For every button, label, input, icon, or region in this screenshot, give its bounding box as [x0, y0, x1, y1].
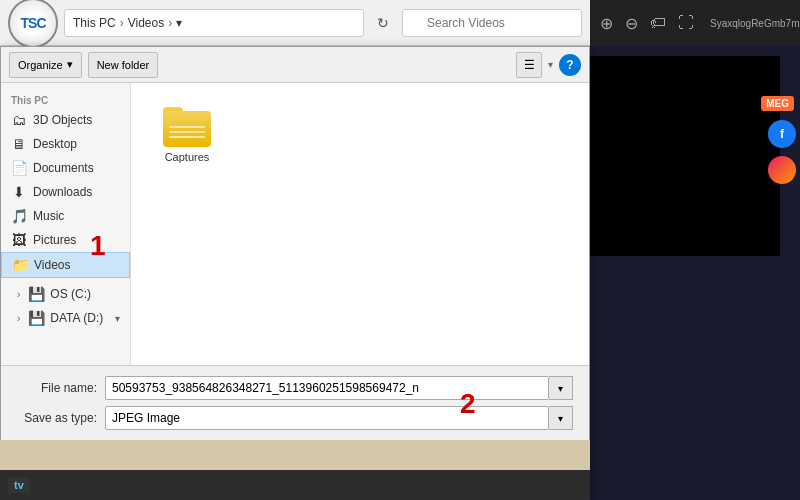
help-label: ? [566, 58, 573, 72]
videos-icon: 📁 [12, 257, 28, 273]
desktop-icon: 🖥 [11, 136, 27, 152]
refresh-icon: ↻ [377, 15, 389, 31]
savetype-input[interactable] [105, 406, 549, 430]
filename-wrapper: ▾ [105, 376, 573, 400]
side-icons: f [768, 120, 796, 184]
breadcrumb-arrow-1: › [120, 16, 124, 30]
nav-item-pictures[interactable]: 🖼 Pictures [1, 228, 130, 252]
avatar-icon[interactable] [768, 156, 796, 184]
nav-item-desktop[interactable]: 🖥 Desktop [1, 132, 130, 156]
nav-label-videos: Videos [34, 258, 70, 272]
dialog-body: This PC 🗂 3D Objects 🖥 Desktop 📄 Documen… [1, 83, 589, 365]
organize-arrow: ▾ [67, 58, 73, 71]
nav-label-downloads: Downloads [33, 185, 92, 199]
nav-section-label: This PC [1, 91, 130, 108]
filename-row: File name: ▾ [17, 376, 573, 400]
right-panel-toolbar: ⊕ ⊖ 🏷 ⛶ SyaxqlogReGmb7mXnrW6pW0QVCX [590, 0, 800, 46]
music-icon: 🎵 [11, 208, 27, 224]
new-folder-button[interactable]: New folder [88, 52, 159, 78]
nav-sidebar: This PC 🗂 3D Objects 🖥 Desktop 📄 Documen… [1, 83, 131, 365]
nav-label-music: Music [33, 209, 64, 223]
savetype-wrapper: ▾ [105, 406, 573, 430]
refresh-button[interactable]: ↻ [370, 10, 396, 36]
breadcrumb[interactable]: This PC › Videos › ▾ [64, 9, 364, 37]
file-area: Captures [131, 83, 589, 365]
zoom-out-icon[interactable]: ⊖ [625, 14, 638, 33]
breadcrumb-pc[interactable]: This PC [73, 16, 116, 30]
filename-dropdown[interactable]: ▾ [549, 376, 573, 400]
expand-icon[interactable]: ⛶ [678, 14, 694, 32]
filename-input[interactable] [105, 376, 549, 400]
browser-bar: TSC This PC › Videos › ▾ ↻ 🔍 [0, 0, 590, 46]
meg-badge: MEG [761, 96, 794, 111]
organize-label: Organize [18, 59, 63, 71]
nav-label-pictures: Pictures [33, 233, 76, 247]
pictures-icon: 🖼 [11, 232, 27, 248]
dialog-toolbar: Organize ▾ New folder ☰ ▾ ? [1, 47, 589, 83]
taskbar: tv [0, 470, 590, 500]
nav-item-3d-objects[interactable]: 🗂 3D Objects [1, 108, 130, 132]
nav-label-3d-objects: 3D Objects [33, 113, 92, 127]
breadcrumb-dropdown[interactable]: ▾ [176, 16, 182, 30]
nav-item-data-d[interactable]: › 💾 DATA (D:) ▾ [1, 306, 130, 330]
zoom-in-icon[interactable]: ⊕ [600, 14, 613, 33]
savetype-label: Save as type: [17, 411, 97, 425]
documents-icon: 📄 [11, 160, 27, 176]
nav-item-music[interactable]: 🎵 Music [1, 204, 130, 228]
nav-item-documents[interactable]: 📄 Documents [1, 156, 130, 180]
nav-item-downloads[interactable]: ⬇ Downloads [1, 180, 130, 204]
help-button[interactable]: ? [559, 54, 581, 76]
data-d-expand-icon: › [17, 313, 20, 324]
downloads-icon: ⬇ [11, 184, 27, 200]
savetype-row: Save as type: ▾ [17, 406, 573, 430]
facebook-icon[interactable]: f [768, 120, 796, 148]
filename-label: File name: [17, 381, 97, 395]
3d-objects-icon: 🗂 [11, 112, 27, 128]
logo-text: TSC [21, 15, 46, 31]
folder-label: Captures [165, 151, 210, 163]
view-toggle-button[interactable]: ☰ [516, 52, 542, 78]
data-d-icon: 💾 [28, 310, 44, 326]
nav-label-documents: Documents [33, 161, 94, 175]
os-c-expand-icon: › [17, 289, 20, 300]
nav-label-data-d: DATA (D:) [50, 311, 103, 325]
search-wrapper: 🔍 [402, 9, 582, 37]
nav-label-os-c: OS (C:) [50, 287, 91, 301]
taskbar-tv-label[interactable]: tv [8, 477, 30, 493]
data-d-arrow: ▾ [115, 313, 120, 324]
breadcrumb-arrow-2: › [168, 16, 172, 30]
captures-folder[interactable]: Captures [147, 99, 227, 171]
view-arrow: ▾ [548, 59, 553, 70]
os-c-icon: 💾 [28, 286, 44, 302]
media-area [590, 56, 780, 256]
tag-icon[interactable]: 🏷 [650, 14, 666, 32]
new-folder-label: New folder [97, 59, 150, 71]
organize-button[interactable]: Organize ▾ [9, 52, 82, 78]
savetype-dropdown[interactable]: ▾ [549, 406, 573, 430]
file-save-dialog: Organize ▾ New folder ☰ ▾ ? This PC 🗂 3D… [0, 46, 590, 500]
search-input[interactable] [402, 9, 582, 37]
nav-item-os-c[interactable]: › 💾 OS (C:) [1, 282, 130, 306]
breadcrumb-videos[interactable]: Videos [128, 16, 164, 30]
url-text: SyaxqlogReGmb7mXnrW6pW0QVCX [710, 18, 800, 29]
logo: TSC [8, 0, 58, 48]
right-panel: ⊕ ⊖ 🏷 ⛶ SyaxqlogReGmb7mXnrW6pW0QVCX MEG … [590, 0, 800, 500]
nav-label-desktop: Desktop [33, 137, 77, 151]
folder-icon [163, 107, 211, 147]
nav-item-videos[interactable]: 📁 Videos [1, 252, 130, 278]
view-icon: ☰ [524, 58, 535, 72]
bottom-strip [0, 440, 590, 470]
